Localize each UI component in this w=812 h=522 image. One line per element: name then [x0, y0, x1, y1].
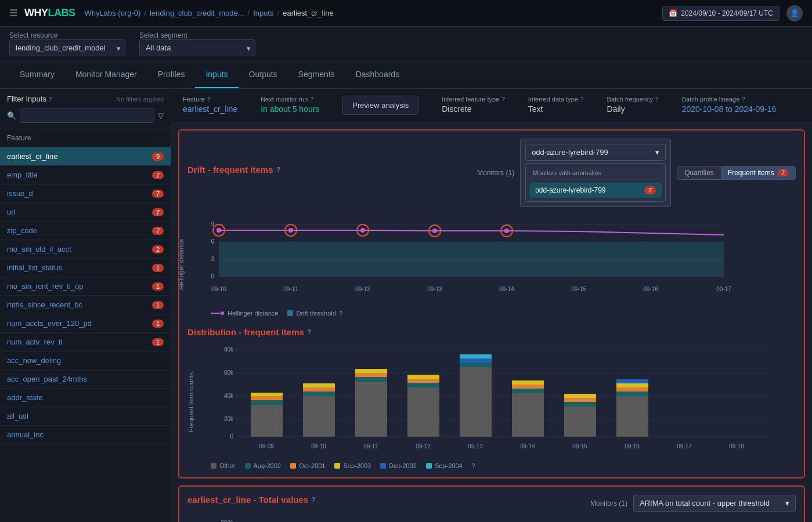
- breadcrumb-inputs[interactable]: Inputs: [253, 9, 273, 17]
- feature-item[interactable]: acc_open_past_24mths: [0, 370, 171, 389]
- date-range-picker[interactable]: 📅 2024/09/10 - 2024/09/17 UTC: [662, 6, 779, 21]
- no-filters-text: No filters applied: [116, 96, 164, 103]
- svg-text:09-09: 09-09: [259, 443, 274, 449]
- svg-text:!: !: [506, 228, 507, 234]
- feature-item[interactable]: url7: [0, 203, 171, 222]
- distribution-legend-help-icon[interactable]: ?: [472, 463, 475, 469]
- tab-segments[interactable]: Segments: [288, 61, 345, 88]
- feature-item-name[interactable]: initial_list_status: [7, 263, 62, 272]
- hamburger-menu[interactable]: ☰: [9, 8, 17, 19]
- total-values-help-icon[interactable]: ?: [312, 496, 315, 503]
- tab-dashboards[interactable]: Dashboards: [345, 61, 410, 88]
- filter-help-icon[interactable]: ?: [49, 96, 52, 103]
- svg-rect-8: [219, 242, 724, 277]
- inferred-feature-help-icon[interactable]: ?: [501, 96, 505, 103]
- svg-text:09-12: 09-12: [416, 443, 431, 449]
- svg-rect-45: [251, 400, 283, 405]
- svg-text:09-16: 09-16: [643, 286, 658, 292]
- batch-lineage-value: 2020-10-08 to 2024-09-16: [682, 104, 777, 114]
- preview-analysis-button[interactable]: Preview analysis: [342, 96, 418, 115]
- user-menu[interactable]: 👤: [786, 5, 803, 21]
- feature-item-name[interactable]: emp_title: [7, 171, 38, 179]
- feature-item[interactable]: all_util: [0, 407, 171, 426]
- feature-item-name[interactable]: all_util: [7, 412, 28, 420]
- feature-item-name[interactable]: acc_now_deling: [7, 356, 61, 365]
- total-values-monitor-text: ARIMA on total count - upper threshold: [640, 499, 770, 507]
- drift-quantiles-tab[interactable]: Quantiles: [677, 166, 721, 179]
- distribution-chart-title: Distribution - frequent items ?: [187, 327, 796, 337]
- feature-item[interactable]: mo_sin_rcnt_rev_tl_op1: [0, 277, 171, 296]
- feature-item-name[interactable]: num_accts_ever_120_pd: [7, 319, 92, 328]
- feature-item[interactable]: issue_d7: [0, 184, 171, 203]
- drift-monitor-dropdown-menu: Monitors with anomalies odd-azure-lyrebi…: [525, 163, 666, 202]
- feature-item[interactable]: acc_now_deling: [0, 351, 171, 370]
- total-values-monitor-select[interactable]: ARIMA on total count - upper threshold ▾: [633, 495, 796, 512]
- main-layout: Filter Inputs ? No filters applied 🔍 ▽ F…: [0, 89, 812, 522]
- feature-item-name[interactable]: mo_sin_old_il_acct: [7, 245, 71, 253]
- feature-item[interactable]: mo_sin_old_il_acct2: [0, 240, 171, 259]
- drift-y-axis-label: Hellinger distance: [178, 239, 185, 289]
- svg-text:09-12: 09-12: [355, 286, 370, 292]
- feature-item-name[interactable]: num_actv_rev_tl: [7, 338, 62, 346]
- feature-item[interactable]: num_accts_ever_120_pd1: [0, 314, 171, 333]
- svg-rect-65: [512, 389, 544, 393]
- breadcrumb-model[interactable]: lending_club_credit_mode...: [150, 9, 244, 17]
- feature-item[interactable]: mths_since_recent_bc1: [0, 296, 171, 314]
- distribution-title-help-icon[interactable]: ?: [308, 329, 311, 335]
- feature-item[interactable]: earliest_cr_line9: [0, 147, 171, 166]
- tab-profiles[interactable]: Profiles: [147, 61, 196, 88]
- tab-outputs[interactable]: Outputs: [239, 61, 288, 88]
- resource-select[interactable]: lending_club_credit_model: [9, 39, 125, 56]
- drift-dropdown-item[interactable]: odd-azure-lyrebird-799 7: [529, 183, 662, 198]
- breadcrumb-org[interactable]: WhyLabs (org-0): [85, 9, 141, 17]
- feature-item-name[interactable]: zip_code: [7, 226, 37, 235]
- svg-rect-53: [355, 377, 387, 382]
- batch-lineage-help-icon[interactable]: ?: [742, 96, 745, 103]
- drift-legend-help-icon[interactable]: ?: [339, 310, 342, 317]
- next-monitor-help-icon[interactable]: ?: [310, 96, 313, 103]
- tab-monitor-manager[interactable]: Monitor Manager: [65, 61, 147, 88]
- distribution-y-axis-label: Frequent item counts: [187, 344, 194, 460]
- feature-item-name[interactable]: issue_d: [7, 189, 33, 198]
- inferred-feature-group: Inferred feature type ? Discrete: [442, 96, 505, 114]
- feature-item-name[interactable]: addr_state: [7, 393, 42, 402]
- feature-value: earliest_cr_line: [183, 104, 237, 114]
- feature-item[interactable]: addr_state: [0, 389, 171, 407]
- svg-text:60k: 60k: [224, 369, 234, 376]
- feature-item-name[interactable]: mths_since_recent_bc: [7, 300, 82, 309]
- svg-text:09-10: 09-10: [311, 443, 326, 449]
- feature-help-icon[interactable]: ?: [207, 96, 211, 103]
- feature-item[interactable]: zip_code7: [0, 222, 171, 240]
- drift-monitor-row: Monitors (1) odd-azure-lyrebird-799 ▾ Mo…: [477, 139, 796, 207]
- svg-rect-68: [564, 407, 596, 437]
- filter-funnel-icon[interactable]: ▽: [158, 111, 164, 120]
- feature-item[interactable]: initial_list_status1: [0, 259, 171, 277]
- feature-section-header: Feature: [0, 129, 171, 147]
- drift-title-help-icon[interactable]: ?: [277, 166, 280, 173]
- segment-select[interactable]: All data: [139, 39, 255, 56]
- feature-item[interactable]: emp_title7: [0, 166, 171, 184]
- drift-monitor-select[interactable]: odd-azure-lyrebird-799 ▾: [525, 144, 666, 161]
- batch-freq-help-icon[interactable]: ?: [655, 96, 659, 103]
- feature-item-name[interactable]: annual_inc: [7, 430, 44, 439]
- search-input[interactable]: [20, 108, 154, 123]
- inferred-data-help-icon[interactable]: ?: [580, 96, 584, 103]
- feature-item[interactable]: num_actv_rev_tl1: [0, 333, 171, 351]
- feature-item[interactable]: annual_inc: [0, 426, 171, 444]
- svg-text:09-14: 09-14: [499, 286, 514, 292]
- tab-inputs[interactable]: Inputs: [195, 61, 238, 88]
- inferred-feature-label: Inferred feature type ?: [442, 96, 505, 103]
- next-monitor-label: Next monitor run ?: [261, 96, 319, 103]
- drift-frequent-items-tab[interactable]: Frequent items 7: [721, 166, 795, 179]
- svg-text:09-18: 09-18: [729, 443, 744, 449]
- svg-rect-63: [460, 354, 492, 358]
- batch-lineage-group: Batch profile lineage ? 2020-10-08 to 20…: [682, 96, 777, 114]
- tab-summary[interactable]: Summary: [9, 61, 65, 88]
- svg-rect-69: [564, 402, 596, 407]
- feature-item-name[interactable]: url: [7, 208, 15, 216]
- feature-item-name[interactable]: acc_open_past_24mths: [7, 375, 87, 383]
- drift-chart-svg: 0.9 0.6 0.3 0 ! ! !: [211, 213, 796, 306]
- feature-item-name[interactable]: mo_sin_rcnt_rev_tl_op: [7, 282, 84, 291]
- feature-item-name[interactable]: earliest_cr_line: [7, 152, 57, 161]
- legend-dec2002-text: Dec-2002: [389, 462, 417, 469]
